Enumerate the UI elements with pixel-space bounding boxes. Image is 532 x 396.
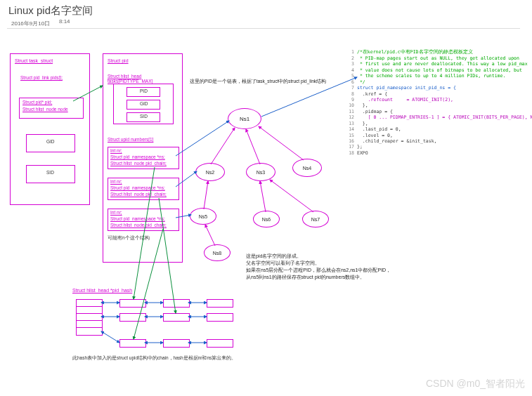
ns6-node: Ns6: [253, 211, 280, 227]
svg-line-2: [259, 126, 304, 160]
pidtype-inner: PID GID SID: [113, 84, 174, 124]
hlist-node-label: Struct hlist_node node: [22, 107, 68, 112]
hash-bucket: [76, 327, 103, 336]
upid-block-1: Int nr; Struct pid_namespace *ns; Struct…: [108, 178, 179, 200]
ns3-node: Ns3: [246, 163, 275, 181]
sid-cell: SID: [126, 112, 160, 122]
struct-pid-note: 这里的PID是一个链表，根据了task_struct中的struct pid_l…: [190, 79, 326, 85]
page-time: 8:14: [59, 18, 70, 25]
hash-node: [163, 313, 190, 322]
upid-footer: 可能有n个这个结构: [108, 235, 150, 242]
svg-line-4: [260, 181, 266, 212]
hash-node: [119, 339, 146, 348]
task-struct-label: Struct task_struct: [15, 58, 53, 63]
tree-caption-4: 从ns5到ns1的路径保存在struct pid的numbers数组中。: [246, 274, 365, 281]
upid-block-0: Int nr; Struct pid_namespace *ns; Struct…: [108, 147, 179, 169]
upid-numbers-label: Struct upid numbers[1]: [108, 137, 153, 142]
code-block: 1/*在kernel/pid.c中有PID名字空间的静态模板定义 2 * PID…: [346, 44, 528, 162]
struct-pid-box: Struct pid Struct hlist_head tasks[PIDTY…: [103, 53, 183, 263]
pid-link-label: Struct pid_link pids[];: [20, 75, 63, 80]
gid-label: GID: [46, 139, 55, 144]
svg-line-7: [176, 121, 229, 156]
svg-line-0: [211, 128, 235, 164]
svg-line-1: [246, 129, 260, 164]
pid-cell: PID: [126, 87, 160, 97]
hash-node: [119, 313, 146, 322]
struct-pid-label: Struct pid: [108, 58, 129, 63]
ns1-node: Ns1: [228, 108, 261, 129]
hash-footer: 此hash表中加入的是struct upid结构中的chain，hash是根据n…: [72, 355, 236, 362]
tree-caption-1: 这是pid名字空间的形成。: [246, 253, 301, 260]
sid-label: SID: [46, 170, 54, 175]
tree-caption-3: 如果在ns5层分配一个进程PID，那么就会在ns2,ns1中都分配PID，: [246, 267, 391, 274]
ns8-node: Ns8: [204, 244, 231, 261]
hash-node: [163, 299, 190, 308]
tree-caption-2: 父名字空间可以看到子名字空间。: [246, 260, 320, 267]
hash-node: [207, 313, 233, 322]
ns2-node: Ns2: [195, 163, 225, 181]
svg-line-5: [270, 180, 313, 212]
svg-line-6: [205, 225, 215, 246]
task-struct-box: Struct task_struct Struct pid_link pids[…: [10, 53, 90, 205]
pid-field-box: Struct pid* pid; Struct hlist_node node: [19, 98, 84, 119]
pid-field-label: Struct pid* pid;: [22, 100, 52, 105]
svg-line-3: [204, 181, 208, 209]
ns5-node: Ns5: [190, 208, 216, 225]
hash-node: [207, 299, 233, 308]
page-title: Linux pid名字空间: [8, 4, 93, 18]
watermark: CSDN @m0_智者阳光: [426, 378, 525, 390]
hash-node: [163, 339, 190, 348]
gid-cell: GID: [126, 100, 160, 110]
hash-node: [207, 339, 233, 348]
svg-line-21: [101, 331, 119, 343]
hash-label: Struct hlist_head *pid_hash: [72, 288, 132, 293]
hash-node: [119, 299, 146, 308]
gid-box: GID: [26, 134, 75, 152]
hlist-head-label: Struct hlist_head tasks[PIDTYPE_MAX]: [108, 74, 182, 84]
page-date: 2016年9月10日: [11, 20, 50, 27]
upid-block-2: Int nr; Struct pid_namespace *ns; Struct…: [108, 209, 179, 231]
sid-box: SID: [26, 165, 75, 183]
ns7-node: Ns7: [302, 211, 329, 227]
ns4-node: Ns4: [292, 159, 322, 177]
